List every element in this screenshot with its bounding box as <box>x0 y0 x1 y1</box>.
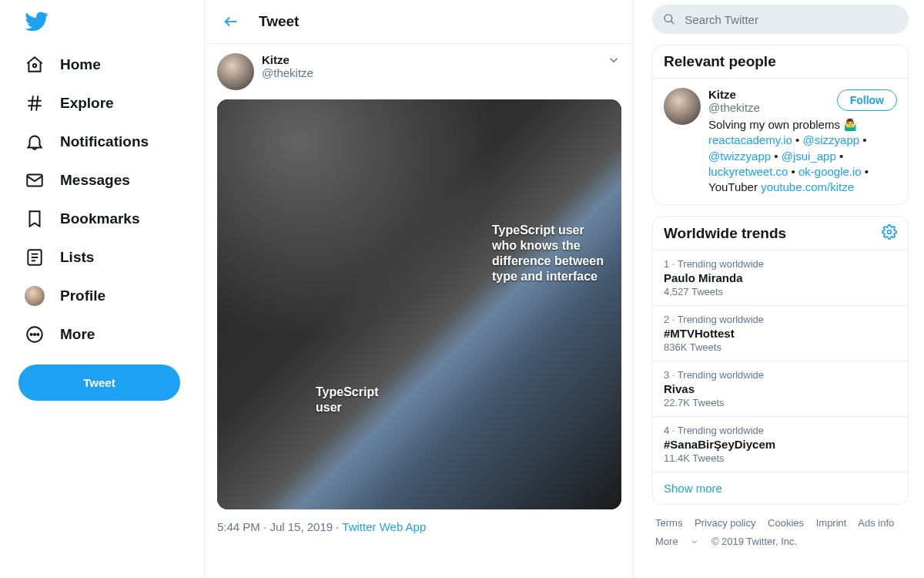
bio-link[interactable]: @sizzyapp <box>803 133 860 146</box>
meme-text-2: TypeScript user <box>316 385 400 415</box>
trend-item[interactable]: 1 · Trending worldwide Paulo Miranda 4,5… <box>653 250 908 306</box>
nav-label: Bookmarks <box>60 210 140 227</box>
nav-notifications[interactable]: Notifications <box>18 123 195 161</box>
trend-name: #MTVHottest <box>664 327 897 340</box>
search-box[interactable] <box>652 5 909 34</box>
svg-line-3 <box>32 96 33 111</box>
nav-more[interactable]: More <box>18 315 195 354</box>
nav-label: Notifications <box>60 133 149 150</box>
compose-tweet-button[interactable]: Tweet <box>18 365 180 401</box>
search-icon <box>663 12 675 26</box>
relevant-bio: Solving my own problems 🤷‍♂️ reactacadem… <box>708 117 897 195</box>
nav-profile[interactable]: Profile <box>18 277 195 315</box>
trend-name: #SanaBirŞeyDiycem <box>664 438 897 451</box>
svg-point-0 <box>33 64 36 67</box>
footer-copyright: © 2019 Twitter, Inc. <box>711 536 797 547</box>
nav-label: Messages <box>60 172 130 189</box>
tweet-source[interactable]: Twitter Web App <box>342 520 426 533</box>
bio-link[interactable]: reactacademy.io <box>708 133 792 146</box>
gear-icon <box>882 224 897 240</box>
nav-lists[interactable]: Lists <box>18 238 195 277</box>
back-button[interactable] <box>217 8 245 35</box>
relevant-avatar[interactable] <box>664 88 701 125</box>
trend-name: Paulo Miranda <box>664 271 897 284</box>
trends-heading: Worldwide trends <box>664 225 786 242</box>
mail-icon <box>25 170 45 190</box>
footer-link[interactable]: Terms <box>655 517 682 529</box>
trend-name: Rivas <box>664 382 897 395</box>
twitter-logo[interactable] <box>18 3 195 42</box>
search-input[interactable] <box>685 13 898 26</box>
arrow-left-icon <box>223 13 239 30</box>
svg-line-4 <box>36 96 38 111</box>
bio-link[interactable]: luckyretweet.co <box>708 165 788 178</box>
chevron-down-icon <box>607 53 621 67</box>
trends-settings-button[interactable] <box>882 224 897 242</box>
tweet-time: 5:44 PM <box>217 520 260 533</box>
footer-link[interactable]: Privacy policy <box>695 517 755 529</box>
follow-button[interactable]: Follow <box>837 89 897 111</box>
trend-count: 4,527 Tweets <box>664 286 897 297</box>
svg-point-15 <box>665 15 672 22</box>
show-more-trends[interactable]: Show more <box>653 472 908 504</box>
footer-link[interactable]: Ads info <box>858 517 894 529</box>
trend-count: 11.4K Tweets <box>664 452 897 464</box>
svg-line-16 <box>671 21 674 24</box>
footer: Terms Privacy policy Cookies Imprint Ads… <box>652 505 909 560</box>
author-avatar[interactable] <box>217 53 254 90</box>
nav-label: Profile <box>60 287 105 304</box>
page-title: Tweet <box>259 13 299 30</box>
nav-label: Home <box>60 56 101 73</box>
trend-item[interactable]: 2 · Trending worldwide #MTVHottest 836K … <box>653 306 908 361</box>
more-icon <box>25 324 45 344</box>
svg-point-12 <box>34 334 35 335</box>
nav-label: More <box>60 326 95 343</box>
tweet-image[interactable]: TypeScript user who knows the difference… <box>217 99 621 509</box>
home-icon <box>25 55 45 75</box>
bio-link[interactable]: youtube.com/kitze <box>761 180 854 193</box>
svg-point-17 <box>888 230 892 234</box>
nav-label: Explore <box>60 95 114 112</box>
nav-messages[interactable]: Messages <box>18 161 195 200</box>
nav-label: Lists <box>60 249 94 266</box>
bio-link[interactable]: ok-google.io <box>798 165 862 178</box>
trend-count: 836K Tweets <box>664 341 897 353</box>
tweet-menu-button[interactable] <box>607 53 621 69</box>
meme-text-1: TypeScript user who knows the difference… <box>492 223 608 284</box>
svg-point-11 <box>31 334 32 335</box>
list-icon <box>25 247 45 267</box>
footer-more[interactable]: More <box>655 536 699 547</box>
bookmark-icon <box>25 209 45 229</box>
footer-link[interactable]: Cookies <box>768 517 804 529</box>
trend-item[interactable]: 3 · Trending worldwide Rivas 22.7K Tweet… <box>653 361 908 417</box>
svg-point-13 <box>37 334 38 335</box>
tweet-metadata: 5:44 PM · Jul 15, 2019 · Twitter Web App <box>217 520 621 533</box>
nav-bookmarks[interactable]: Bookmarks <box>18 200 195 238</box>
tweet-date: Jul 15, 2019 <box>270 520 333 533</box>
author-name[interactable]: Kitze <box>262 53 313 66</box>
bio-link[interactable]: @jsui_app <box>782 150 836 163</box>
nav-explore[interactable]: Explore <box>18 84 195 123</box>
trend-count: 22.7K Tweets <box>664 397 897 408</box>
author-handle[interactable]: @thekitze <box>262 66 313 79</box>
trend-item[interactable]: 4 · Trending worldwide #SanaBirŞeyDiycem… <box>653 417 908 472</box>
hash-icon <box>25 93 45 113</box>
chevron-down-icon <box>690 537 699 546</box>
relevant-heading: Relevant people <box>664 53 776 70</box>
footer-link[interactable]: Imprint <box>816 517 847 529</box>
profile-avatar-icon <box>25 286 45 306</box>
nav-home[interactable]: Home <box>18 45 195 84</box>
bio-link[interactable]: @twizzyapp <box>708 150 771 163</box>
bell-icon <box>25 132 45 152</box>
